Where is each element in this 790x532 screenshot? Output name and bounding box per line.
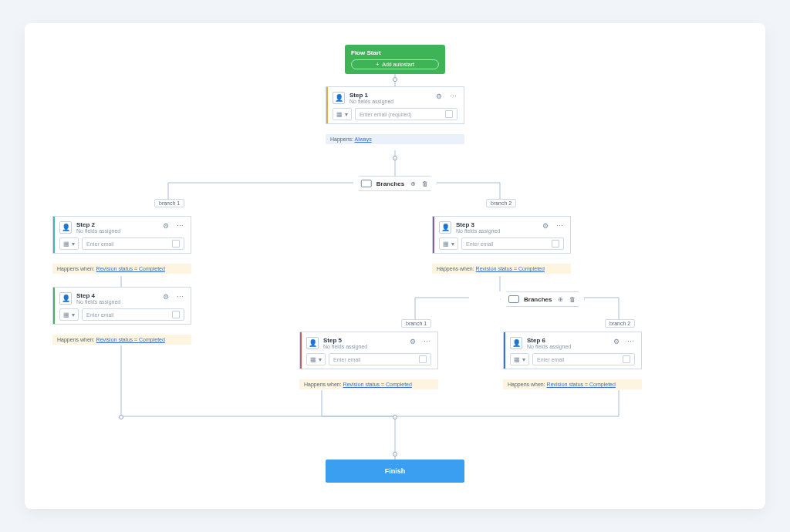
step-1-card[interactable]: 👤 Step 1 No fields assigned ⚙ ⋯ ▦ ▾ Ente… (326, 86, 464, 124)
add-autostart-button[interactable]: Add autostart (351, 59, 439, 69)
step-3-card[interactable]: 👤 Step 3No fields assigned ⚙ ⋯ ▦▾ Enter … (432, 216, 571, 254)
condition-link[interactable]: Revision status = Completed (476, 266, 545, 271)
more-icon[interactable]: ⋯ (422, 337, 431, 346)
email-input[interactable]: Enter email (82, 237, 184, 250)
book-icon[interactable] (552, 240, 559, 247)
email-input[interactable]: Enter email (329, 353, 431, 365)
condition-link[interactable]: Revision status = Completed (96, 337, 165, 342)
person-icon: 👤 (439, 221, 451, 234)
branch-icon (361, 180, 372, 187)
email-input[interactable]: Enter email (532, 353, 635, 365)
more-icon[interactable]: ⋯ (175, 221, 184, 231)
branch-icon (508, 295, 519, 303)
add-branch-icon[interactable]: ⊕ (556, 295, 564, 303)
step-4-condition: Happens when: Revision status = Complete… (52, 335, 191, 345)
more-icon[interactable]: ⋯ (448, 92, 457, 101)
email-input[interactable]: Enter email (82, 308, 184, 321)
branch-1-label-2: branch 1 (401, 319, 431, 328)
condition-link[interactable]: Always (355, 136, 372, 142)
step-5-condition: Happens when: Revision status = Complete… (299, 379, 438, 389)
connector-dot (393, 156, 397, 160)
step-3-condition: Happens when: Revision status = Complete… (432, 264, 571, 274)
flow-start-title: Flow Start (351, 49, 439, 56)
more-icon[interactable]: ⋯ (555, 221, 564, 231)
gear-icon[interactable]: ⚙ (161, 221, 170, 231)
step-2-condition: Happens when: Revision status = Complete… (52, 264, 191, 274)
gear-icon[interactable]: ⚙ (434, 92, 444, 101)
connector-dot (393, 415, 397, 419)
calendar-icon: ▦ (336, 111, 343, 118)
delete-branch-icon[interactable]: 🗑 (569, 295, 576, 303)
step-6-card[interactable]: 👤 Step 6No fields assigned ⚙ ⋯ ▦▾ Enter … (503, 332, 642, 369)
field-type-dropdown[interactable]: ▦▾ (510, 353, 529, 365)
gear-icon[interactable]: ⚙ (541, 221, 550, 231)
connector-dot (119, 415, 123, 419)
email-input[interactable]: Enter email (required) (355, 108, 457, 120)
step-2-card[interactable]: 👤 Step 2No fields assigned ⚙ ⋯ ▦▾ Enter … (52, 216, 191, 254)
book-icon[interactable] (445, 110, 453, 118)
person-icon: 👤 (306, 337, 319, 349)
field-type-dropdown[interactable]: ▦▾ (439, 237, 458, 250)
person-icon: 👤 (59, 292, 72, 305)
book-icon[interactable] (172, 311, 180, 318)
step-1-condition: Happens: Always (326, 134, 464, 144)
step-4-card[interactable]: 👤 Step 4No fields assigned ⚙ ⋯ ▦▾ Enter … (52, 287, 191, 325)
more-icon[interactable]: ⋯ (175, 292, 184, 301)
field-type-dropdown[interactable]: ▦▾ (59, 237, 79, 250)
add-branch-icon[interactable]: ⊕ (409, 180, 417, 187)
branch-2-label: branch 2 (486, 199, 516, 207)
flow-start-node: Flow Start Add autostart (345, 45, 445, 74)
book-icon[interactable] (419, 355, 427, 363)
branch-1-label: branch 1 (154, 199, 184, 207)
finish-node[interactable]: Finish (326, 460, 464, 483)
gear-icon[interactable]: ⚙ (408, 337, 417, 346)
flow-canvas[interactable]: Flow Start Add autostart 👤 Step 1 No fie… (25, 23, 765, 509)
branches-node-2[interactable]: Branches ⊕ 🗑 (500, 291, 585, 307)
branch-2-label-2: branch 2 (605, 319, 635, 328)
field-type-dropdown[interactable]: ▦▾ (306, 353, 326, 365)
condition-link[interactable]: Revision status = Completed (96, 266, 165, 271)
condition-link[interactable]: Revision status = Completed (547, 382, 616, 387)
book-icon[interactable] (623, 355, 630, 363)
gear-icon[interactable]: ⚙ (161, 292, 170, 301)
book-icon[interactable] (172, 240, 180, 247)
more-icon[interactable]: ⋯ (626, 337, 635, 346)
field-type-dropdown[interactable]: ▦▾ (59, 308, 79, 321)
chevron-down-icon: ▾ (345, 111, 348, 118)
email-input[interactable]: Enter email (461, 237, 564, 250)
person-icon: 👤 (333, 92, 345, 104)
step-5-card[interactable]: 👤 Step 5No fields assigned ⚙ ⋯ ▦▾ Enter … (299, 332, 438, 369)
delete-branch-icon[interactable]: 🗑 (421, 180, 429, 187)
person-icon: 👤 (59, 221, 72, 234)
person-icon: 👤 (510, 337, 522, 349)
connector-dot (393, 77, 397, 82)
gear-icon[interactable]: ⚙ (612, 337, 621, 346)
step-title: Step 1 (349, 92, 430, 99)
connector-dot (393, 452, 397, 456)
step-6-condition: Happens when: Revision status = Complete… (503, 379, 642, 389)
condition-link[interactable]: Revision status = Completed (343, 382, 412, 387)
step-subtitle: No fields assigned (349, 99, 430, 104)
field-type-dropdown[interactable]: ▦ ▾ (333, 108, 352, 120)
branches-node-1[interactable]: Branches ⊕ 🗑 (353, 176, 437, 191)
